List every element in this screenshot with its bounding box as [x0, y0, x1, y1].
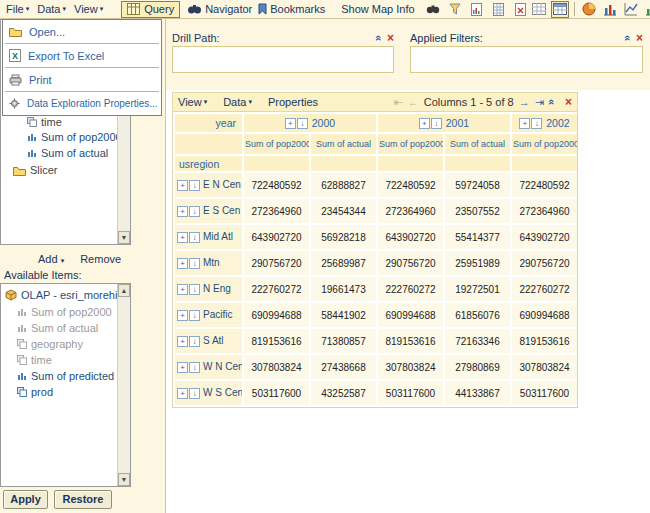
page-export-icon[interactable]: [512, 1, 530, 18]
grid-view-icon[interactable]: [530, 1, 548, 18]
menu-view[interactable]: View ▾: [70, 2, 107, 16]
menu-data-label: Data: [37, 3, 60, 15]
region-cell[interactable]: +↓N Eng: [175, 277, 242, 301]
drill-down-icon[interactable]: ↓: [431, 118, 442, 129]
region-cell[interactable]: +↓S Atl: [175, 329, 242, 353]
tree-item-label: prod: [31, 386, 53, 398]
scroll-up-button[interactable]: ▲: [118, 284, 130, 297]
expand-icon[interactable]: +: [177, 362, 188, 373]
drill-down-icon[interactable]: ↓: [189, 180, 200, 191]
collapse-panel-icon[interactable]: «: [373, 35, 385, 41]
tree-item-sum-of-actual[interactable]: Sum of actual: [27, 147, 108, 159]
pivot-view-menu[interactable]: View ▾: [178, 96, 207, 108]
drill-down-icon[interactable]: ↓: [189, 258, 200, 269]
drill-down-icon[interactable]: ↓: [189, 388, 200, 399]
page-chart-icon[interactable]: [468, 1, 486, 18]
tree-item-sum-of-actual-disabled[interactable]: Sum of actual: [17, 322, 98, 334]
drill-down-icon[interactable]: ↓: [189, 206, 200, 217]
region-cell[interactable]: +↓E N Cen: [175, 173, 242, 197]
value-cell: 27438668: [311, 355, 376, 379]
expand-icon[interactable]: +: [177, 284, 188, 295]
tree-root-olap[interactable]: OLAP - esri_morehier: [5, 289, 127, 301]
pivot-properties-menu[interactable]: Properties: [268, 96, 318, 108]
pivot-data-menu[interactable]: Data ▾: [223, 96, 252, 108]
show-map-info-button[interactable]: Show Map Info: [338, 3, 417, 15]
tree-item-slicer[interactable]: Slicer: [13, 164, 58, 176]
add-button[interactable]: Add ▾: [38, 253, 64, 265]
find-binoculars-icon[interactable]: [424, 1, 442, 18]
year-group-2000[interactable]: +↓ 2000: [244, 114, 376, 132]
drill-down-icon[interactable]: ↓: [297, 118, 308, 129]
tree-item-geography-disabled[interactable]: geography: [17, 338, 83, 350]
drill-down-icon[interactable]: ↓: [189, 310, 200, 321]
restore-button[interactable]: Restore: [54, 490, 112, 509]
region-cell[interactable]: +↓E S Cen: [175, 199, 242, 223]
close-panel-icon[interactable]: ×: [636, 31, 643, 45]
line-chart-icon[interactable]: [622, 1, 640, 18]
drill-down-icon[interactable]: ↓: [189, 232, 200, 243]
next-columns-icon[interactable]: →: [519, 96, 530, 108]
expand-icon[interactable]: +: [419, 118, 430, 129]
tree-item-time[interactable]: time: [27, 116, 62, 128]
drill-down-icon[interactable]: ↓: [189, 336, 200, 347]
menu-item-export-to-excel[interactable]: X Export To Excel: [3, 45, 161, 66]
measure-header[interactable]: Sum of pop2000: [512, 134, 577, 154]
value-cell: 19272501: [445, 277, 510, 301]
menu-data[interactable]: Data ▾: [33, 2, 70, 16]
remove-button[interactable]: Remove: [80, 253, 121, 265]
year-label: 2000: [312, 117, 335, 129]
scroll-down-button[interactable]: ▼: [118, 231, 130, 244]
expand-icon[interactable]: +: [177, 258, 188, 269]
expand-icon[interactable]: +: [177, 310, 188, 321]
expand-icon[interactable]: +: [177, 336, 188, 347]
expand-icon[interactable]: +: [177, 180, 188, 191]
scroll-down-button[interactable]: ▼: [118, 473, 130, 486]
measure-header[interactable]: Sum of actual: [311, 134, 376, 154]
menu-item-data-exploration-properties[interactable]: Data Exploration Properties...: [3, 93, 161, 114]
collapse-panel-icon[interactable]: «: [622, 35, 634, 41]
measure-header[interactable]: Sum of pop2000: [378, 134, 443, 154]
expand-icon[interactable]: +: [177, 388, 188, 399]
menu-item-print[interactable]: Print: [3, 69, 161, 90]
area-chart-icon[interactable]: [643, 1, 650, 18]
collapse-panel-icon[interactable]: «: [546, 99, 558, 105]
query-button[interactable]: Query: [121, 1, 180, 18]
expand-icon[interactable]: +: [285, 118, 296, 129]
expand-icon[interactable]: +: [519, 118, 530, 129]
page-table-icon[interactable]: [490, 1, 508, 18]
pie-chart-icon[interactable]: [580, 1, 598, 18]
region-cell[interactable]: +↓Mtn: [175, 251, 242, 275]
bookmarks-button[interactable]: Bookmarks: [255, 3, 328, 15]
drill-down-icon[interactable]: ↓: [531, 118, 542, 129]
bar-chart-icon[interactable]: [601, 1, 619, 18]
last-columns-icon[interactable]: ⇥: [535, 96, 544, 109]
drill-down-icon[interactable]: ↓: [189, 284, 200, 295]
tree-item-sum-of-pop2000[interactable]: Sum of pop2000: [27, 131, 122, 143]
tree-item-sum-of-pop2000-disabled[interactable]: Sum of pop2000: [17, 306, 112, 318]
region-cell[interactable]: +↓Pacific: [175, 303, 242, 327]
tree-item-sum-of-predicted[interactable]: Sum of predicted: [17, 370, 114, 382]
expand-icon[interactable]: +: [177, 232, 188, 243]
menu-item-open[interactable]: Open...: [3, 21, 161, 42]
tree-item-prod[interactable]: prod: [17, 386, 53, 398]
navigator-button[interactable]: Navigator: [184, 3, 255, 15]
year-group-2001[interactable]: +↓ 2001: [378, 114, 510, 132]
region-cell[interactable]: +↓W N Cen: [175, 355, 242, 379]
close-panel-icon[interactable]: ×: [387, 31, 394, 45]
drill-down-icon[interactable]: ↓: [189, 362, 200, 373]
pivot-table-view-icon[interactable]: [551, 1, 569, 18]
measure-header[interactable]: Sum of pop2000: [244, 134, 309, 154]
year-group-2002[interactable]: +↓ 2002: [512, 114, 577, 132]
region-cell[interactable]: +↓W S Cen: [175, 381, 242, 405]
filter-funnel-icon[interactable]: [446, 1, 464, 18]
tree-item-time-disabled[interactable]: time: [17, 354, 52, 366]
close-panel-icon[interactable]: ×: [565, 95, 572, 109]
apply-button[interactable]: Apply: [3, 490, 48, 509]
scrollbar[interactable]: ▲ ▼: [117, 284, 130, 486]
region-cell[interactable]: +↓Mid Atl: [175, 225, 242, 249]
query-label: Query: [144, 3, 174, 15]
expand-icon[interactable]: +: [177, 206, 188, 217]
applied-filters-panel: Applied Filters: « ×: [410, 30, 643, 73]
measure-header[interactable]: Sum of actual: [445, 134, 510, 154]
menu-file[interactable]: File ▾: [2, 2, 33, 16]
